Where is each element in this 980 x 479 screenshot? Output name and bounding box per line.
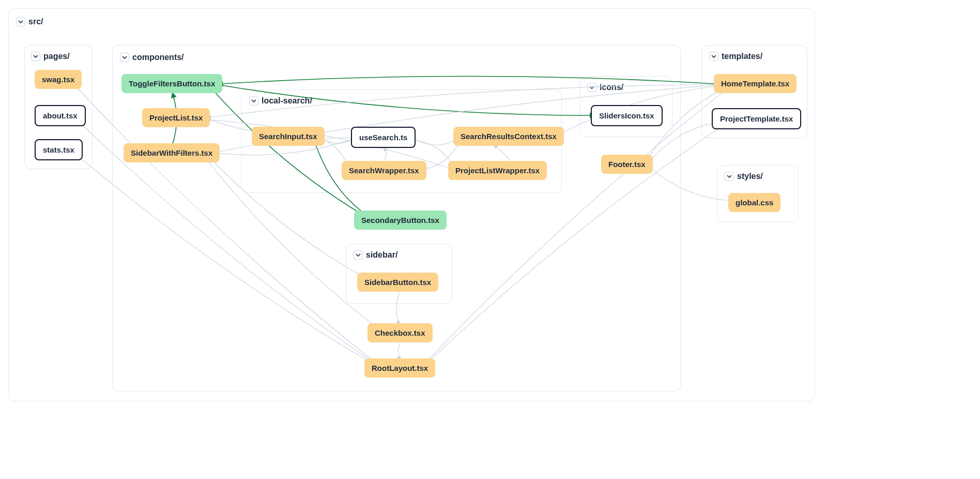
group-toggle-sidebar[interactable]: sidebar/ [354,250,397,260]
group-toggle-icons[interactable]: icons/ [587,83,623,92]
chevron-down-icon [354,250,363,260]
chevron-down-icon [587,83,596,92]
node-sliders-icon[interactable]: SlidersIcon.tsx [591,105,663,126]
group-label-text: templates/ [722,52,762,61]
chevron-down-icon [120,53,129,62]
group-label-text: icons/ [600,83,623,92]
node-sidebar-button[interactable]: SidebarButton.tsx [357,273,438,292]
group-label-text: sidebar/ [366,250,397,260]
group-label-text: src/ [28,17,43,26]
node-project-list[interactable]: ProjectList.tsx [142,108,210,127]
group-toggle-components[interactable]: components/ [120,53,184,62]
group-toggle-local-search[interactable]: local-search/ [249,96,312,106]
node-root-layout[interactable]: RootLayout.tsx [364,358,435,378]
node-search-input[interactable]: SearchInput.tsx [252,127,325,146]
node-search-wrapper[interactable]: SearchWrapper.tsx [342,161,426,180]
node-project-list-wrapper[interactable]: ProjectListWrapper.tsx [448,161,547,180]
group-label-text: local-search/ [262,96,312,106]
node-toggle-filters-button[interactable]: ToggleFiltersButton.tsx [121,74,222,93]
group-toggle-styles[interactable]: styles/ [725,172,763,181]
group-label-text: pages/ [43,52,70,61]
node-home-template[interactable]: HomeTemplate.tsx [714,74,797,93]
node-swag[interactable]: swag.tsx [35,70,82,89]
group-label-text: components/ [132,53,184,62]
node-sidebar-with-filters[interactable]: SidebarWithFilters.tsx [124,143,220,162]
chevron-down-icon [16,17,25,26]
group-label-text: styles/ [737,172,763,181]
chevron-down-icon [249,96,258,106]
group-toggle-src[interactable]: src/ [16,17,43,26]
group-toggle-pages[interactable]: pages/ [31,52,70,61]
node-stats[interactable]: stats.tsx [35,139,83,160]
node-search-results-context[interactable]: SearchResultsContext.tsx [453,127,564,146]
node-about[interactable]: about.tsx [35,105,86,126]
chevron-down-icon [31,52,40,61]
group-toggle-templates[interactable]: templates/ [709,52,762,61]
dependency-graph-canvas[interactable]: src/ pages/ swag.tsx about.tsx stats.tsx… [8,8,815,401]
node-use-search[interactable]: useSearch.ts [351,127,416,148]
node-project-template[interactable]: ProjectTemplate.tsx [712,108,801,129]
node-footer[interactable]: Footer.tsx [601,155,653,174]
node-secondary-button[interactable]: SecondaryButton.tsx [354,211,447,230]
node-checkbox[interactable]: Checkbox.tsx [368,323,433,342]
node-global-css[interactable]: global.css [728,193,780,212]
chevron-down-icon [725,172,734,181]
chevron-down-icon [709,52,718,61]
